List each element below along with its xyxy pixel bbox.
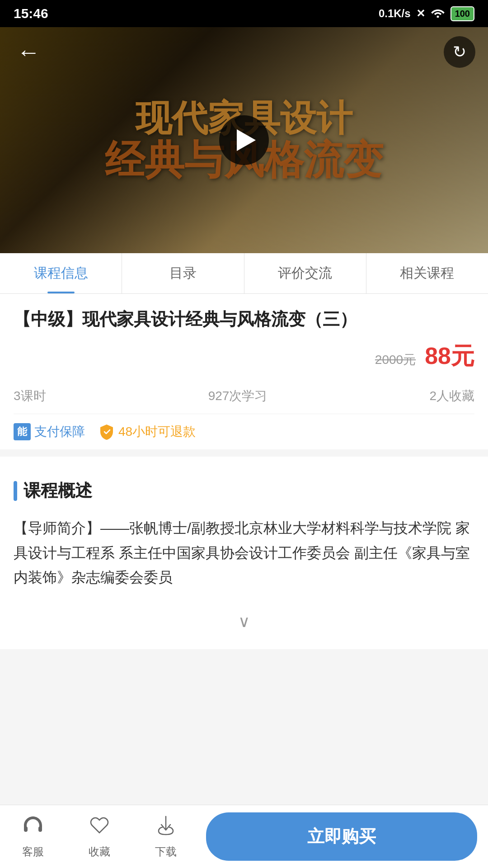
course-content: 【中级】现代家具设计经典与风格流变（三） 2000元 88元 3课时 927次学… bbox=[0, 294, 488, 466]
lessons-count: 3课时 bbox=[14, 387, 46, 405]
download-label: 下载 bbox=[155, 844, 177, 859]
tab-related[interactable]: 相关课程 bbox=[366, 253, 488, 293]
overview-text: 【导师简介】——张帆博士/副教授北京林业大学材料科学与技术学院 家具设计与工程系… bbox=[14, 516, 474, 590]
tabs-bar: 课程信息 目录 评价交流 相关课程 bbox=[0, 253, 488, 294]
payment-badge: 能 支付保障 bbox=[14, 423, 85, 440]
tab-course-info[interactable]: 课程信息 bbox=[0, 253, 122, 293]
status-bar: 15:46 0.1K/s ✕ 100 bbox=[0, 0, 488, 27]
views-count: 927次学习 bbox=[208, 387, 267, 405]
current-price: 88元 bbox=[425, 340, 474, 372]
refresh-button[interactable]: ↻ bbox=[444, 36, 475, 68]
status-time: 15:46 bbox=[14, 6, 48, 21]
signal-icon: ✕ bbox=[416, 7, 425, 20]
refresh-icon: ↻ bbox=[453, 42, 466, 61]
payment-badge-text: 支付保障 bbox=[34, 423, 85, 440]
favorites-icon bbox=[89, 815, 110, 841]
stats-row: 3课时 927次学习 2人收藏 bbox=[14, 383, 474, 414]
price-row: 2000元 88元 bbox=[14, 340, 474, 372]
nav-download[interactable]: 下载 bbox=[132, 805, 199, 868]
shield-icon bbox=[99, 424, 115, 440]
original-price: 2000元 bbox=[375, 351, 416, 368]
overview-section: 课程概述 【导师简介】——张帆博士/副教授北京林业大学材料科学与技术学院 家具设… bbox=[0, 466, 488, 649]
section-divider bbox=[0, 449, 488, 457]
nav-favorites[interactable]: 收藏 bbox=[66, 805, 133, 868]
battery-icon: 100 bbox=[450, 6, 474, 21]
download-icon bbox=[155, 815, 177, 841]
tab-catalog[interactable]: 目录 bbox=[122, 253, 244, 293]
expand-button[interactable]: ∨ bbox=[14, 603, 474, 636]
badges-row: 能 支付保障 48小时可退款 bbox=[14, 414, 474, 445]
refund-badge-text: 48小时可退款 bbox=[118, 423, 196, 440]
video-player[interactable]: 现代家具设计 经典与风格流变 ← ↻ bbox=[0, 27, 488, 253]
buy-now-button[interactable]: 立即购买 bbox=[206, 812, 477, 861]
section-header: 课程概述 bbox=[14, 479, 474, 502]
nav-customer-service[interactable]: 客服 bbox=[0, 805, 66, 868]
section-bar-decoration bbox=[14, 481, 17, 501]
tab-review[interactable]: 评价交流 bbox=[244, 253, 366, 293]
payment-badge-box: 能 bbox=[14, 423, 31, 440]
nav-left: 客服 收藏 下载 bbox=[0, 805, 199, 868]
customer-service-label: 客服 bbox=[22, 844, 44, 859]
play-triangle-icon bbox=[237, 129, 256, 151]
svg-rect-2 bbox=[38, 826, 42, 832]
chevron-down-icon: ∨ bbox=[238, 612, 250, 631]
play-button[interactable] bbox=[219, 115, 269, 165]
back-button[interactable]: ← bbox=[13, 36, 44, 68]
svg-rect-1 bbox=[24, 826, 28, 832]
customer-service-icon bbox=[22, 815, 44, 841]
section-title: 课程概述 bbox=[23, 479, 92, 502]
svg-point-0 bbox=[436, 16, 439, 18]
favorites-count: 2人收藏 bbox=[429, 387, 474, 405]
refund-badge: 48小时可退款 bbox=[99, 423, 196, 440]
course-title: 【中级】现代家具设计经典与风格流变（三） bbox=[14, 307, 474, 331]
bottom-nav: 客服 收藏 下载 立即购买 bbox=[0, 805, 488, 868]
status-right: 0.1K/s ✕ 100 bbox=[379, 6, 474, 21]
network-speed: 0.1K/s bbox=[379, 7, 411, 20]
back-arrow-icon: ← bbox=[17, 40, 40, 64]
favorites-label: 收藏 bbox=[89, 844, 110, 859]
wifi-icon bbox=[431, 7, 445, 20]
